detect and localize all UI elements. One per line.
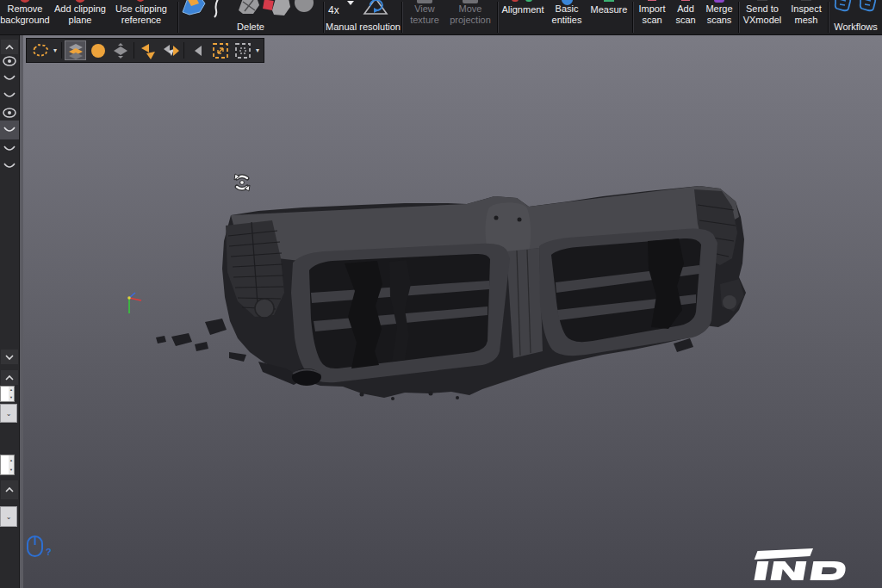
mouse-help-glyph: ? (46, 547, 52, 557)
toolbar-separator (134, 42, 134, 59)
visibility-toggle-on[interactable] (0, 53, 19, 69)
yellow-flip-arrows-icon (139, 41, 158, 60)
button-label: Add clipping plane (53, 3, 107, 26)
invert-selection-button[interactable] (137, 40, 158, 60)
unit-dropdown[interactable]: ⌄ (0, 506, 17, 527)
through-selection-button[interactable] (109, 40, 131, 60)
inspect-mesh-button[interactable]: Inspect mesh (786, 0, 826, 34)
delete-part-icon[interactable] (262, 0, 291, 19)
value-spinbox[interactable]: ▲▼ (0, 386, 15, 402)
unit-dropdown[interactable]: ⌄ (0, 404, 17, 423)
panel-splitter[interactable] (20, 34, 23, 588)
gray-flip-arrows-icon (161, 41, 180, 60)
alignment-button[interactable]: Alignment (500, 0, 546, 34)
ribbon-divider (828, 2, 829, 33)
workflow-cube-icon (832, 0, 853, 14)
ribbon-divider (632, 2, 633, 33)
add-clipping-plane-icon (75, 0, 85, 3)
delete-mesh-icon[interactable] (236, 0, 262, 19)
filled-circle-icon (90, 42, 107, 59)
free-selection-button[interactable] (29, 40, 51, 60)
previous-selection-button[interactable] (187, 40, 208, 60)
eye-closed-icon (3, 162, 16, 170)
button-label: Add scan (671, 3, 700, 26)
mouse-help-indicator[interactable]: ? (26, 535, 52, 558)
workflows-group[interactable]: Workflows (829, 0, 882, 34)
use-clipping-reference-button[interactable]: Use clipping reference (110, 0, 172, 34)
resolution-caret-icon[interactable] (347, 1, 354, 5)
add-scan-button[interactable]: Add scan (671, 0, 700, 34)
toolbar-separator (61, 42, 62, 59)
value-spinbox[interactable]: ▲▼ (0, 455, 15, 475)
chevron-down-icon (4, 354, 15, 361)
visibility-toggle-off[interactable] (0, 71, 19, 86)
resolution-group: 4x Manual resolution (325, 0, 401, 34)
eye-closed-icon (3, 74, 16, 83)
sphere-icon[interactable] (295, 0, 314, 12)
visibility-toggle-off-selected[interactable] (0, 121, 19, 139)
delete-selection-icon[interactable] (181, 0, 207, 19)
remove-background-button[interactable]: Remove background (0, 0, 50, 34)
visibility-toggle-off[interactable] (0, 141, 19, 157)
use-clipping-reference-icon (136, 0, 145, 2)
scroll-down-button[interactable] (1, 350, 18, 364)
merge-scans-button[interactable]: Merge scans (702, 0, 736, 34)
button-label: Use clipping reference (110, 3, 172, 26)
manual-resolution-icon[interactable] (363, 0, 388, 17)
group-label: Manual resolution (325, 22, 401, 32)
measure-button[interactable]: Measure (587, 0, 630, 34)
eye-closed-icon (3, 145, 16, 153)
eye-closed-icon (3, 126, 16, 134)
workflow-cube-icon (857, 0, 878, 14)
spinbox-arrows-icon[interactable]: ▲▼ (9, 455, 14, 474)
collapse-panel-button[interactable] (1, 40, 18, 54)
mouse-help-icon (26, 535, 45, 558)
visibility-toggle-off[interactable] (0, 88, 19, 103)
left-sidebar: ▲▼ ⌄ ▲▼ ⌄ (0, 34, 20, 588)
panel-expand-button[interactable] (1, 370, 18, 385)
alignment-icon (512, 0, 519, 2)
brush-selection-button[interactable] (87, 40, 109, 60)
knife-tool-icon[interactable] (208, 0, 224, 19)
left-triangle-icon (192, 43, 204, 59)
button-label: Measure (587, 4, 630, 15)
visible-layers-button[interactable] (65, 40, 86, 60)
inspect-mesh-icon (801, 0, 811, 1)
button-label: Inspect mesh (786, 3, 826, 26)
button-label: View texture (403, 3, 446, 26)
ribbon-divider (738, 2, 739, 33)
expand-selection-button[interactable] (209, 40, 231, 60)
chevron-up-icon (4, 486, 15, 493)
button-label: Alignment (500, 4, 546, 15)
more-tools-caret[interactable]: ▾ (254, 46, 261, 54)
chevron-up-icon (4, 44, 15, 51)
button-label: Basic entities (547, 3, 587, 26)
delete-group: Delete (179, 0, 322, 34)
button-label: Import scan (635, 3, 669, 26)
visibility-toggle-on[interactable] (0, 105, 19, 121)
ribbon-toolbar: Remove background Add clipping plane Use… (0, 0, 882, 35)
basic-entities-button[interactable]: Basic entities (547, 0, 587, 34)
button-label: Remove background (0, 3, 50, 26)
ribbon-divider (177, 2, 178, 33)
move-projection-button: Move projection (447, 0, 494, 34)
dashed-box-icon (233, 41, 252, 60)
import-scan-button[interactable]: Import scan (635, 0, 669, 34)
resolution-value[interactable]: 4x (328, 4, 339, 16)
add-clipping-plane-button[interactable]: Add clipping plane (53, 0, 107, 34)
dashed-expand-box-icon (211, 41, 230, 60)
send-to-vxmodel-button[interactable]: Send to VXmodel (740, 0, 785, 34)
selection-options-caret[interactable]: ▾ (52, 46, 59, 54)
panel-expand-button[interactable] (1, 480, 18, 499)
swap-selection-button[interactable] (159, 40, 181, 60)
remove-background-icon (20, 0, 30, 3)
contract-selection-button[interactable] (232, 40, 253, 60)
visibility-toggle-off[interactable] (0, 158, 19, 174)
chevron-up-icon (4, 374, 15, 381)
add-scan-icon (681, 0, 690, 1)
orbit-cursor-icon (229, 170, 255, 195)
merge-scans-icon (714, 0, 724, 3)
3d-viewport[interactable] (23, 34, 882, 588)
watermark-logo: IND (746, 548, 875, 586)
spinbox-arrows-icon[interactable]: ▲▼ (9, 387, 14, 401)
